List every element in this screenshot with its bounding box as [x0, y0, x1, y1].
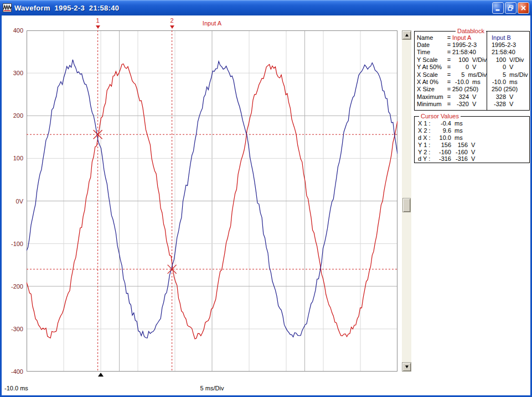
- datablock-b-unit: V/Div: [509, 56, 524, 63]
- datablock-value-b: -10.0ms: [487, 79, 529, 85]
- cursor-values-row: X 1 :-0.4ms: [415, 120, 529, 127]
- datablock-row: Maximum=324V328V: [415, 93, 529, 100]
- title-bar[interactable]: Waveform 1995-2-3 21:58:40: [0, 0, 532, 15]
- datablock-row: Date=1995-2-31995-2-3: [415, 41, 529, 48]
- datablock-row-label: Y Scale: [415, 56, 446, 63]
- datablock-value-b: 250 (250): [487, 86, 529, 92]
- cursor-values-row: Y 1 :156156V: [415, 141, 529, 148]
- waveform-svg[interactable]: [27, 30, 397, 372]
- datablock-value-b: 100V/Div: [487, 56, 529, 63]
- close-button[interactable]: [518, 2, 529, 14]
- cursor-row-unit: ms: [454, 120, 463, 127]
- datablock-b-num: 100: [492, 56, 506, 63]
- cursor-row-value2: 156: [451, 142, 468, 148]
- cursor-row-value1: 156: [435, 142, 451, 148]
- datablock-value-a: 324V: [452, 93, 487, 100]
- scroll-up-icon: [405, 34, 409, 36]
- datablock-row: X Size=250 (250)250 (250): [415, 86, 529, 93]
- datablock-a-num: 5: [452, 71, 464, 78]
- y-axis-label: 100: [0, 155, 23, 162]
- datablock-equals: =: [446, 49, 452, 55]
- cursor-row-unit: ms: [454, 127, 463, 134]
- datablock-row-label: Minimum: [415, 101, 446, 107]
- cursor-row-value2: -160: [451, 149, 468, 155]
- vertical-scrollbar[interactable]: [402, 30, 411, 372]
- datablock-equals: =: [446, 64, 452, 70]
- datablock-value-a: 250 (250): [452, 86, 487, 92]
- cursor-row-value1: 10.0: [435, 134, 451, 141]
- y-axis-label: 0V: [0, 198, 23, 205]
- datablock-a-text: Input A: [452, 34, 471, 41]
- datablock-row: Minimum=-320V-328V: [415, 101, 529, 108]
- cursor-row-label: X 1 :: [415, 120, 435, 127]
- datablock-value-b: 21:58:40: [487, 49, 529, 55]
- datablock-value-a: 5ms/Div: [452, 71, 487, 78]
- restore-icon: [508, 5, 514, 11]
- application-window: Waveform 1995-2-3 21:58:40 Input A 1 2 4…: [0, 0, 532, 397]
- minimize-icon: [495, 5, 501, 11]
- datablock-a-num: -10.0: [452, 79, 469, 85]
- scrollbar-thumb[interactable]: [402, 198, 411, 212]
- datablock-row-label: Date: [415, 41, 446, 48]
- y-axis-label: -400: [0, 368, 23, 375]
- datablock-value-a: 0V: [452, 64, 487, 70]
- datablock-row: X Scale=5ms/Div5ms/Div: [415, 71, 529, 78]
- datablock-value-b: 1995-2-3: [487, 41, 529, 48]
- cursor-2-arrow[interactable]: [170, 25, 174, 29]
- cursor-row-value1: -160: [435, 149, 451, 155]
- datablock-a-num: 0: [452, 64, 469, 70]
- x-axis-start-label: -10.0 ms: [4, 385, 28, 391]
- datablock-a-unit: V: [472, 64, 476, 70]
- cursor-row-unit: V: [471, 149, 475, 155]
- y-axis-label: -300: [0, 326, 23, 333]
- datablock-equals: =: [446, 79, 452, 85]
- datablock-row-label: Maximum: [415, 93, 446, 100]
- datablock-b-unit: ms/Div: [509, 71, 528, 78]
- datablock-b-unit: ms: [509, 79, 518, 85]
- cursor-row-value1: -316: [435, 155, 451, 162]
- datablock-row: Y Scale=100V/Div100V/Div: [415, 56, 529, 63]
- datablock-a-unit: V/Div: [472, 56, 487, 63]
- y-axis-label: 400: [0, 27, 23, 34]
- datablock-equals: =: [446, 101, 452, 107]
- datablock-equals: =: [446, 93, 452, 100]
- datablock-row-label: Name: [415, 34, 446, 41]
- datablock-row: Name=Input AInput B: [415, 34, 529, 41]
- cursor-row-label: Y 2 :: [415, 149, 435, 155]
- cursor-values-row: X 2 :9.6ms: [415, 127, 529, 134]
- datablock-row-label: X At 0%: [415, 79, 446, 85]
- trigger-marker: [98, 373, 104, 377]
- datablock-a-unit: V: [472, 93, 476, 100]
- cursor-2-label[interactable]: 2: [167, 17, 178, 24]
- datablock-a-text: 1995-2-3: [452, 41, 477, 48]
- datablock-b-text: Input B: [492, 34, 511, 41]
- datablock-a-unit: ms: [472, 79, 481, 85]
- cursor-values-row: d Y :-316-316V: [415, 155, 529, 163]
- cursor-values-title: Cursor Values: [419, 113, 461, 120]
- cursor-values-row: d X :10.0ms: [415, 134, 529, 142]
- cursor-1-label[interactable]: 1: [92, 17, 104, 24]
- datablock-value-b: 5ms/Div: [487, 71, 529, 78]
- y-axis-label: -100: [0, 241, 23, 248]
- app-icon: [3, 3, 12, 12]
- datablock-b-text: 1995-2-3: [492, 41, 516, 48]
- datablock-b-unit: V: [509, 64, 513, 70]
- scrollbar-down-button[interactable]: [402, 362, 411, 372]
- restore-button[interactable]: [505, 2, 516, 14]
- datablock-b-unit: V: [509, 101, 513, 107]
- minimize-button[interactable]: [492, 2, 504, 14]
- datablock-a-unit: V: [472, 101, 476, 107]
- datablock-a-num: 324: [452, 93, 469, 100]
- y-axis-label: -200: [0, 283, 23, 290]
- datablock-value-a: 100V/Div: [452, 56, 487, 63]
- cursor-1-arrow[interactable]: [96, 25, 100, 29]
- cursor-row-unit: V: [471, 155, 475, 162]
- datablock-b-unit: V: [509, 93, 513, 100]
- scrollbar-up-button[interactable]: [402, 30, 411, 40]
- cursor-values-panel: Cursor Values X 1 :-0.4msX 2 :9.6msd X :…: [414, 116, 530, 163]
- cursor-row-label: d Y :: [415, 155, 435, 162]
- datablock-value-a: 1995-2-3: [452, 41, 487, 48]
- x-axis-scale-label: 5 ms/Div: [27, 385, 397, 391]
- datablock-row: Time=21:58:4021:58:40: [415, 49, 529, 56]
- datablock-equals: =: [446, 71, 452, 78]
